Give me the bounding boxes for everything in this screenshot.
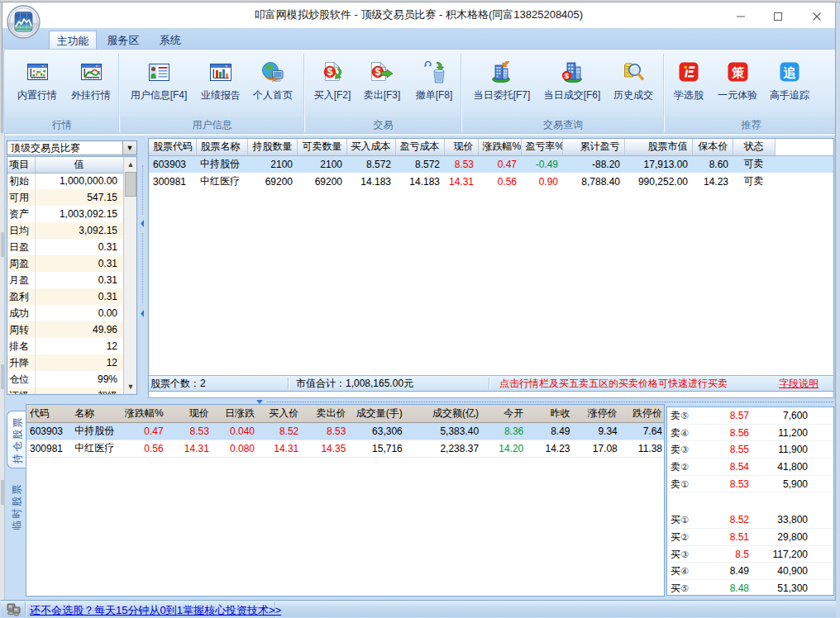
svg-text:$: $: [375, 66, 381, 78]
svg-text:策: 策: [731, 65, 745, 79]
svg-text:追: 追: [784, 65, 797, 79]
svg-text:$: $: [565, 71, 570, 80]
svg-text:$: $: [327, 66, 332, 78]
